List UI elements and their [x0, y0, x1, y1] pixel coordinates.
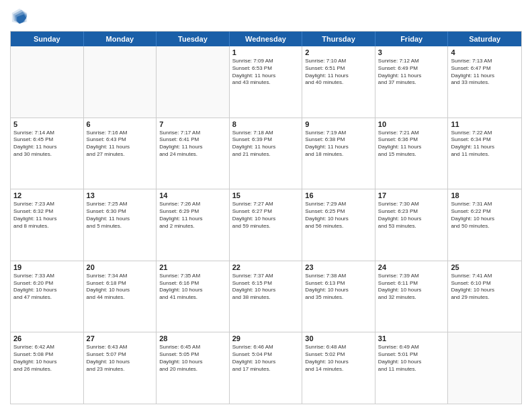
calendar-day-cell: 31Sunrise: 6:49 AM Sunset: 5:01 PM Dayli…: [375, 332, 449, 404]
calendar-day-cell: 2Sunrise: 7:10 AM Sunset: 6:51 PM Daylig…: [302, 46, 375, 118]
empty-cell: [84, 46, 157, 118]
day-content: Sunrise: 6:45 AM Sunset: 5:05 PM Dayligh…: [159, 344, 226, 373]
day-number: 2: [305, 48, 372, 56]
day-content: Sunrise: 7:38 AM Sunset: 6:13 PM Dayligh…: [305, 273, 372, 302]
calendar-day-cell: 12Sunrise: 7:23 AM Sunset: 6:32 PM Dayli…: [11, 189, 84, 261]
calendar-day-cell: 9Sunrise: 7:19 AM Sunset: 6:38 PM Daylig…: [302, 118, 375, 189]
day-content: Sunrise: 7:26 AM Sunset: 6:29 PM Dayligh…: [159, 201, 226, 230]
day-number: 31: [378, 334, 445, 342]
day-number: 18: [451, 191, 519, 199]
day-content: Sunrise: 7:14 AM Sunset: 6:45 PM Dayligh…: [13, 130, 81, 158]
calendar-day-cell: 26Sunrise: 6:42 AM Sunset: 5:08 PM Dayli…: [11, 332, 84, 404]
day-number: 23: [305, 263, 372, 271]
day-number: 11: [451, 120, 519, 128]
day-content: Sunrise: 7:25 AM Sunset: 6:30 PM Dayligh…: [87, 201, 154, 230]
day-number: 17: [378, 191, 445, 199]
calendar-day-cell: 23Sunrise: 7:38 AM Sunset: 6:13 PM Dayli…: [302, 261, 375, 332]
day-content: Sunrise: 7:33 AM Sunset: 6:20 PM Dayligh…: [13, 273, 81, 302]
empty-cell: [157, 46, 230, 118]
day-content: Sunrise: 7:10 AM Sunset: 6:51 PM Dayligh…: [305, 58, 372, 87]
day-number: 21: [159, 263, 226, 271]
day-number: 28: [159, 334, 226, 342]
day-number: 9: [305, 120, 372, 128]
calendar-day-cell: 22Sunrise: 7:37 AM Sunset: 6:15 PM Dayli…: [230, 261, 303, 332]
calendar-row: 12Sunrise: 7:23 AM Sunset: 6:32 PM Dayli…: [11, 189, 521, 261]
calendar-row: 5Sunrise: 7:14 AM Sunset: 6:45 PM Daylig…: [11, 118, 521, 189]
day-content: Sunrise: 7:23 AM Sunset: 6:32 PM Dayligh…: [13, 201, 81, 230]
day-number: 7: [159, 120, 226, 128]
calendar-day-cell: 4Sunrise: 7:13 AM Sunset: 6:47 PM Daylig…: [448, 46, 521, 118]
day-content: Sunrise: 7:16 AM Sunset: 6:43 PM Dayligh…: [87, 130, 154, 158]
calendar-day-cell: 28Sunrise: 6:45 AM Sunset: 5:05 PM Dayli…: [157, 332, 230, 404]
day-number: 8: [232, 120, 300, 128]
day-content: Sunrise: 7:37 AM Sunset: 6:15 PM Dayligh…: [232, 273, 300, 302]
day-content: Sunrise: 7:18 AM Sunset: 6:39 PM Dayligh…: [232, 130, 300, 158]
day-number: 24: [378, 263, 445, 271]
day-content: Sunrise: 6:42 AM Sunset: 5:08 PM Dayligh…: [13, 344, 81, 373]
day-number: 22: [232, 263, 300, 271]
calendar-day-cell: 8Sunrise: 7:18 AM Sunset: 6:39 PM Daylig…: [230, 118, 303, 189]
weekday-header: Thursday: [302, 32, 375, 46]
day-content: Sunrise: 6:49 AM Sunset: 5:01 PM Dayligh…: [378, 344, 445, 373]
weekday-header: Monday: [84, 32, 157, 46]
day-number: 27: [87, 334, 154, 342]
calendar-day-cell: 24Sunrise: 7:39 AM Sunset: 6:11 PM Dayli…: [375, 261, 449, 332]
day-number: 26: [13, 334, 81, 342]
day-number: 20: [87, 263, 154, 271]
day-content: Sunrise: 7:12 AM Sunset: 6:49 PM Dayligh…: [378, 58, 445, 87]
calendar-day-cell: 30Sunrise: 6:48 AM Sunset: 5:02 PM Dayli…: [302, 332, 375, 404]
day-content: Sunrise: 7:27 AM Sunset: 6:27 PM Dayligh…: [232, 201, 300, 230]
calendar-day-cell: 6Sunrise: 7:16 AM Sunset: 6:43 PM Daylig…: [84, 118, 157, 189]
weekday-header: Friday: [375, 32, 449, 46]
calendar-day-cell: 27Sunrise: 6:43 AM Sunset: 5:07 PM Dayli…: [84, 332, 157, 404]
day-number: 13: [87, 191, 154, 199]
day-content: Sunrise: 7:19 AM Sunset: 6:38 PM Dayligh…: [305, 130, 372, 158]
day-number: 1: [232, 48, 300, 56]
day-number: 4: [451, 48, 519, 56]
logo-icon: [10, 7, 29, 26]
calendar-row: 1Sunrise: 7:09 AM Sunset: 6:53 PM Daylig…: [11, 46, 521, 118]
day-number: 3: [378, 48, 445, 56]
calendar-header: SundayMondayTuesdayWednesdayThursdayFrid…: [11, 32, 521, 46]
calendar-day-cell: 10Sunrise: 7:21 AM Sunset: 6:36 PM Dayli…: [375, 118, 449, 189]
calendar-day-cell: 7Sunrise: 7:17 AM Sunset: 6:41 PM Daylig…: [157, 118, 230, 189]
weekday-header: Saturday: [448, 32, 521, 46]
calendar-grid: SundayMondayTuesdayWednesdayThursdayFrid…: [10, 31, 522, 404]
day-number: 16: [305, 191, 372, 199]
calendar-row: 19Sunrise: 7:33 AM Sunset: 6:20 PM Dayli…: [11, 261, 521, 332]
day-content: Sunrise: 7:30 AM Sunset: 6:23 PM Dayligh…: [378, 201, 445, 230]
calendar-day-cell: 3Sunrise: 7:12 AM Sunset: 6:49 PM Daylig…: [375, 46, 449, 118]
day-content: Sunrise: 7:29 AM Sunset: 6:25 PM Dayligh…: [305, 201, 372, 230]
day-number: 29: [232, 334, 300, 342]
calendar-day-cell: 5Sunrise: 7:14 AM Sunset: 6:45 PM Daylig…: [11, 118, 84, 189]
calendar-day-cell: 25Sunrise: 7:41 AM Sunset: 6:10 PM Dayli…: [448, 261, 521, 332]
day-number: 15: [232, 191, 300, 199]
calendar-day-cell: 1Sunrise: 7:09 AM Sunset: 6:53 PM Daylig…: [230, 46, 303, 118]
day-content: Sunrise: 7:34 AM Sunset: 6:18 PM Dayligh…: [87, 273, 154, 302]
weekday-header: Wednesday: [230, 32, 303, 46]
day-content: Sunrise: 7:41 AM Sunset: 6:10 PM Dayligh…: [451, 273, 519, 302]
weekday-header: Sunday: [11, 32, 84, 46]
empty-cell: [448, 332, 521, 404]
calendar-day-cell: 15Sunrise: 7:27 AM Sunset: 6:27 PM Dayli…: [230, 189, 303, 261]
calendar-row: 26Sunrise: 6:42 AM Sunset: 5:08 PM Dayli…: [11, 332, 521, 404]
calendar-day-cell: 17Sunrise: 7:30 AM Sunset: 6:23 PM Dayli…: [375, 189, 449, 261]
day-number: 25: [451, 263, 519, 271]
calendar-day-cell: 20Sunrise: 7:34 AM Sunset: 6:18 PM Dayli…: [84, 261, 157, 332]
day-content: Sunrise: 7:09 AM Sunset: 6:53 PM Dayligh…: [232, 58, 300, 87]
empty-cell: [11, 46, 84, 118]
day-content: Sunrise: 7:13 AM Sunset: 6:47 PM Dayligh…: [451, 58, 519, 87]
calendar-day-cell: 16Sunrise: 7:29 AM Sunset: 6:25 PM Dayli…: [302, 189, 375, 261]
day-content: Sunrise: 7:21 AM Sunset: 6:36 PM Dayligh…: [378, 130, 445, 158]
calendar-day-cell: 21Sunrise: 7:35 AM Sunset: 6:16 PM Dayli…: [157, 261, 230, 332]
calendar-body: 1Sunrise: 7:09 AM Sunset: 6:53 PM Daylig…: [11, 46, 521, 404]
calendar-day-cell: 19Sunrise: 7:33 AM Sunset: 6:20 PM Dayli…: [11, 261, 84, 332]
header: [10, 7, 522, 26]
day-number: 6: [87, 120, 154, 128]
day-number: 19: [13, 263, 81, 271]
calendar-page: SundayMondayTuesdayWednesdayThursdayFrid…: [0, 0, 532, 411]
day-number: 10: [378, 120, 445, 128]
calendar-day-cell: 29Sunrise: 6:46 AM Sunset: 5:04 PM Dayli…: [230, 332, 303, 404]
weekday-header: Tuesday: [157, 32, 230, 46]
day-number: 12: [13, 191, 81, 199]
